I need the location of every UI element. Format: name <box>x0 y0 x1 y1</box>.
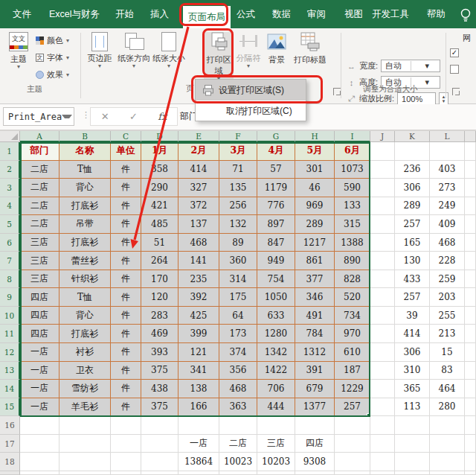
orientation-button[interactable]: 纸张方向 ▾ <box>116 32 152 68</box>
cell-H9[interactable]: 346 <box>295 288 335 307</box>
cell-A5[interactable]: 二店 <box>20 215 60 234</box>
cell-C17[interactable] <box>111 435 141 453</box>
cell-G14[interactable]: 706 <box>257 380 295 398</box>
cell-L7[interactable]: 228 <box>430 252 465 270</box>
cell-E1[interactable]: 2月 <box>178 142 219 161</box>
menu-item-clear-print-area[interactable]: 取消打印区域(C) <box>196 101 306 121</box>
gridlines-print-checkbox[interactable] <box>450 65 459 74</box>
cell-A3[interactable]: 二店 <box>20 179 60 197</box>
cell-H12[interactable]: 1312 <box>295 343 335 362</box>
row-header-19[interactable] <box>0 471 20 475</box>
cell-L10[interactable]: 255 <box>430 307 465 325</box>
col-header-L[interactable]: L <box>430 131 465 142</box>
cell-G13[interactable]: 1422 <box>257 362 295 380</box>
col-header-C[interactable]: C <box>111 131 141 142</box>
cell-C5[interactable]: 件 <box>111 215 141 234</box>
cell-H17[interactable]: 四店 <box>295 435 335 453</box>
cell-J1[interactable] <box>370 142 395 161</box>
cell-I13[interactable]: 187 <box>335 362 370 380</box>
cell-E10[interactable]: 425 <box>178 307 219 325</box>
row-header-12[interactable]: 12 <box>0 343 20 362</box>
cell-K13[interactable]: 310 <box>395 362 430 380</box>
cell-B18[interactable] <box>60 453 111 471</box>
cell-C19[interactable] <box>111 471 141 475</box>
cell-B15[interactable]: 羊毛衫 <box>60 398 111 417</box>
row-header-6[interactable]: 6 <box>0 234 20 252</box>
cell-E14[interactable]: 138 <box>178 380 219 398</box>
cell-C15[interactable]: 件 <box>111 398 141 417</box>
cancel-icon[interactable]: ✕ <box>101 111 109 122</box>
cell-B17[interactable] <box>60 435 111 453</box>
cell-C4[interactable]: 件 <box>111 197 141 216</box>
row-header-7[interactable]: 7 <box>0 252 20 270</box>
row-header-15[interactable]: 15 <box>0 398 20 417</box>
gridlines-view-checkbox[interactable]: ✓ <box>450 48 459 57</box>
cell-A12[interactable]: 一店 <box>20 343 60 362</box>
cell-J4[interactable] <box>370 197 395 216</box>
cell-A19[interactable] <box>20 471 60 475</box>
cell-J9[interactable] <box>370 288 395 307</box>
cell-D10[interactable]: 283 <box>141 307 178 325</box>
enter-icon[interactable]: ✓ <box>129 111 138 122</box>
cell-A17[interactable] <box>20 435 60 453</box>
cell-I10[interactable]: 734 <box>335 307 370 325</box>
row-header-17[interactable]: 17 <box>0 435 20 453</box>
cell-I7[interactable]: 890 <box>335 252 370 270</box>
col-header-K[interactable]: K <box>395 131 430 142</box>
cell-E19[interactable] <box>178 471 219 475</box>
cell-F16[interactable] <box>219 416 257 435</box>
cell-E4[interactable]: 372 <box>178 197 219 216</box>
cell-E2[interactable]: 414 <box>178 161 219 179</box>
cell-I4[interactable]: 133 <box>335 197 370 216</box>
col-header-I[interactable]: I <box>335 131 370 142</box>
cell-B5[interactable]: 吊带 <box>60 215 111 234</box>
cell-E9[interactable]: 392 <box>178 288 219 307</box>
cell-H18[interactable]: 9308 <box>295 453 335 471</box>
cell-A16[interactable] <box>20 416 60 435</box>
cell-L18[interactable] <box>430 453 465 471</box>
cell-F9[interactable]: 175 <box>219 288 257 307</box>
cell-K8[interactable]: 433 <box>395 270 430 289</box>
tab-9[interactable]: 开发工具 <box>372 0 409 28</box>
cell-I17[interactable] <box>335 435 370 453</box>
cell-I2[interactable]: 1073 <box>335 161 370 179</box>
cell-K16[interactable] <box>395 416 430 435</box>
row-header-14[interactable]: 14 <box>0 380 20 398</box>
row-header-13[interactable]: 13 <box>0 362 20 380</box>
cell-D16[interactable] <box>141 416 178 435</box>
cell-A11[interactable]: 四店 <box>20 325 60 343</box>
cell-E6[interactable]: 468 <box>178 234 219 252</box>
cell-L5[interactable]: 409 <box>430 215 465 234</box>
menu-item-set-print-area[interactable]: 设置打印区域(S) <box>196 80 306 101</box>
theme-fonts-button[interactable]: 文 字体 ▾ <box>36 51 80 64</box>
cell-I9[interactable]: 520 <box>335 288 370 307</box>
cell-C2[interactable]: 件 <box>111 161 141 179</box>
cell-A7[interactable]: 三店 <box>20 252 60 270</box>
cell-A14[interactable]: 一店 <box>20 380 60 398</box>
page-setup-dialog-launcher[interactable] <box>333 88 341 95</box>
cell-H2[interactable]: 301 <box>295 161 335 179</box>
cell-I8[interactable]: 828 <box>335 270 370 289</box>
theme-effects-button[interactable]: 效果 ▾ <box>36 68 80 81</box>
cell-H19[interactable] <box>295 471 335 475</box>
cell-C9[interactable]: 件 <box>111 288 141 307</box>
cell-L17[interactable] <box>430 435 465 453</box>
cell-K6[interactable]: 165 <box>395 234 430 252</box>
col-header-B[interactable]: B <box>60 131 111 142</box>
background-button[interactable]: 背景 <box>262 32 292 66</box>
cell-A13[interactable]: 一店 <box>20 362 60 380</box>
cell-I12[interactable]: 610 <box>335 343 370 362</box>
col-header-D[interactable]: D <box>141 131 178 142</box>
cell-J17[interactable] <box>370 435 395 453</box>
cell-F3[interactable]: 135 <box>219 179 257 197</box>
print-area-button[interactable]: 打印区域 ▾ <box>204 32 234 81</box>
cell-L19[interactable] <box>430 471 465 475</box>
cell-G19[interactable] <box>257 471 295 475</box>
cell-L14[interactable]: 464 <box>430 380 465 398</box>
cell-H16[interactable] <box>295 416 335 435</box>
tab-4[interactable]: 页面布局 <box>183 6 231 28</box>
cell-L11[interactable]: 213 <box>430 325 465 343</box>
cell-F4[interactable]: 256 <box>219 197 257 216</box>
cell-C18[interactable] <box>111 453 141 471</box>
cell-K15[interactable]: 113 <box>395 398 430 417</box>
